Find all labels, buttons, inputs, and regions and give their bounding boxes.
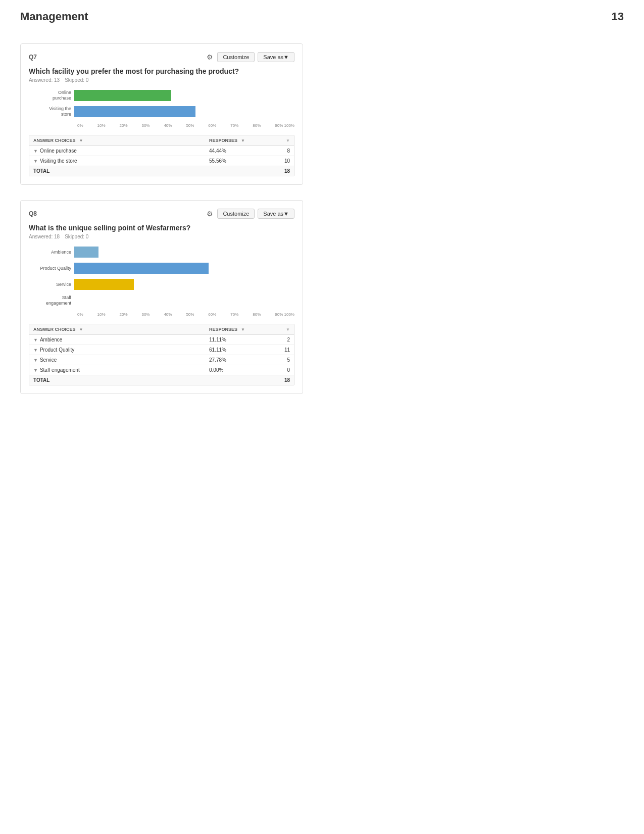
response-count-q8-1: 11 [270,347,290,353]
skipped-q8: Skipped: 0 [65,234,88,239]
question-card-q8: Q8 ⚙ Customize Save as▼ What is the uniq… [20,200,303,394]
customize-button-q7[interactable]: Customize [217,52,255,62]
question-meta-q8: Answered: 18 Skipped: 0 [29,234,294,239]
choice-label-q8-0: ▼ Ambience [33,337,209,342]
total-count-q7: 18 [270,168,290,174]
table-total-row-q7: TOTAL 18 [29,166,294,176]
bar-q8-0 [74,247,98,258]
response-count-q8-2: 5 [270,357,290,363]
card-header-q8: Q8 ⚙ Customize Save as▼ [29,209,294,219]
page-title: Management [20,10,88,23]
question-card-q7: Q7 ⚙ Customize Save as▼ Which facility y… [20,43,303,185]
bar-q8-2 [74,279,134,290]
bar-q7-1 [74,106,195,117]
response-count-q8-3: 0 [270,367,290,373]
gear-icon-q7[interactable]: ⚙ [205,53,214,62]
x-axis-q8: 0% 10% 20% 30% 40% 50% 60% 70% 80% 90% 1… [77,311,294,317]
row-arrow-q8-2[interactable]: ▼ [33,358,38,363]
choice-label-q7-0: ▼ Online purchase [33,148,209,154]
col-responses-q8: RESPONSES ▼ [209,327,270,332]
response-pct-q8-3: 0.00% [209,367,270,373]
row-arrow-q8-0[interactable]: ▼ [33,337,38,342]
gear-icon-q8[interactable]: ⚙ [205,209,214,218]
bar-label-q8-2: Service [34,282,74,287]
choices-sort-icon-q8[interactable]: ▼ [79,327,83,332]
choice-label-q8-3: ▼ Staff engagement [33,367,209,373]
bar-container-q8-2 [74,279,294,290]
row-arrow-q7-0[interactable]: ▼ [33,149,38,154]
response-pct-q7-1: 55.56% [209,158,270,164]
chart-row-q7-0: Onlinepurchase [34,90,294,101]
table-header-q8: ANSWER CHOICES ▼ RESPONSES ▼ ▼ [29,324,294,335]
question-meta-q7: Answered: 13 Skipped: 0 [29,77,294,83]
question-text-q7: Which facility you prefer the most for p… [29,67,294,75]
chart-row-q8-2: Service [34,279,294,290]
choice-label-q8-1: ▼ Product Quality [33,347,209,353]
response-pct-q8-1: 61.11% [209,347,270,353]
question-id-q7: Q7 [29,54,37,61]
bar-label-q7-0: Onlinepurchase [34,90,74,101]
col-count-q8: ▼ [270,327,290,332]
row-arrow-q8-3[interactable]: ▼ [33,368,38,373]
bar-q8-1 [74,263,209,274]
choice-label-q7-1: ▼ Visiting the store [33,158,209,164]
response-count-q8-0: 2 [270,337,290,342]
responses-sort-icon-q7[interactable]: ▼ [241,138,245,143]
table-row-q8-1: ▼ Product Quality 61.11% 11 [29,345,294,355]
page-header: Management 13 [20,10,624,28]
response-count-q7-1: 10 [270,158,290,164]
bar-container-q7-1 [74,106,294,117]
table-row-q7-0: ▼ Online purchase 44.44% 8 [29,146,294,156]
table-row-q8-3: ▼ Staff engagement 0.00% 0 [29,365,294,375]
bar-label-q8-1: Product Quality [34,266,74,271]
response-count-q7-0: 8 [270,148,290,154]
chart-row-q8-0: Ambience [34,247,294,258]
table-row-q8-0: ▼ Ambience 11.11% 2 [29,335,294,345]
col-choices-q8: ANSWER CHOICES ▼ [33,327,209,332]
answer-table-q7: ANSWER CHOICES ▼ RESPONSES ▼ ▼ ▼ Online … [29,135,294,176]
card-actions-q7: ⚙ Customize Save as▼ [205,52,294,62]
chart-q8: Ambience Product Quality Service Staffen… [29,247,294,317]
row-arrow-q7-1[interactable]: ▼ [33,159,38,164]
page-number: 13 [612,10,624,23]
choice-label-q8-2: ▼ Service [33,357,209,363]
table-total-row-q8: TOTAL 18 [29,375,294,385]
bar-container-q8-3 [74,295,294,306]
col-count-q7: ▼ [270,138,290,143]
card-actions-q8: ⚙ Customize Save as▼ [205,209,294,219]
card-header-q7: Q7 ⚙ Customize Save as▼ [29,52,294,62]
save-button-q8[interactable]: Save as▼ [258,209,294,219]
total-count-q8: 18 [270,377,290,383]
question-id-q8: Q8 [29,210,37,217]
choices-sort-icon-q7[interactable]: ▼ [79,138,83,143]
response-pct-q8-0: 11.11% [209,337,270,342]
answered-q7: Answered: 13 [29,77,60,83]
customize-button-q8[interactable]: Customize [217,209,255,219]
table-header-q7: ANSWER CHOICES ▼ RESPONSES ▼ ▼ [29,135,294,146]
x-axis-labels-q7: 0% 10% 20% 30% 40% 50% 60% 70% 80% 90% 1… [77,122,294,128]
skipped-q7: Skipped: 0 [65,77,88,83]
bar-q7-0 [74,90,171,101]
chart-row-q8-3: Staffengagement [34,295,294,306]
bar-container-q8-1 [74,263,294,274]
chart-row-q8-1: Product Quality [34,263,294,274]
bar-label-q7-1: Visiting thestore [34,106,74,117]
bar-label-q8-0: Ambience [34,250,74,255]
save-button-q7[interactable]: Save as▼ [258,52,294,62]
answered-q8: Answered: 18 [29,234,60,239]
x-axis-q7: 0% 10% 20% 30% 40% 50% 60% 70% 80% 90% 1… [77,122,294,128]
bar-container-q7-0 [74,90,294,101]
bar-label-q8-3: Staffengagement [34,295,74,306]
col-choices-q7: ANSWER CHOICES ▼ [33,138,209,143]
table-row-q8-2: ▼ Service 27.78% 5 [29,355,294,365]
total-label-q8: TOTAL [33,377,209,383]
col-responses-q7: RESPONSES ▼ [209,138,270,143]
response-pct-q7-0: 44.44% [209,148,270,154]
row-arrow-q8-1[interactable]: ▼ [33,348,38,353]
total-label-q7: TOTAL [33,168,209,174]
table-row-q7-1: ▼ Visiting the store 55.56% 10 [29,156,294,166]
response-pct-q8-2: 27.78% [209,357,270,363]
chart-q7: Onlinepurchase Visiting thestore 0% 10% … [29,90,294,128]
chart-row-q7-1: Visiting thestore [34,106,294,117]
responses-sort-icon-q8[interactable]: ▼ [241,327,245,332]
